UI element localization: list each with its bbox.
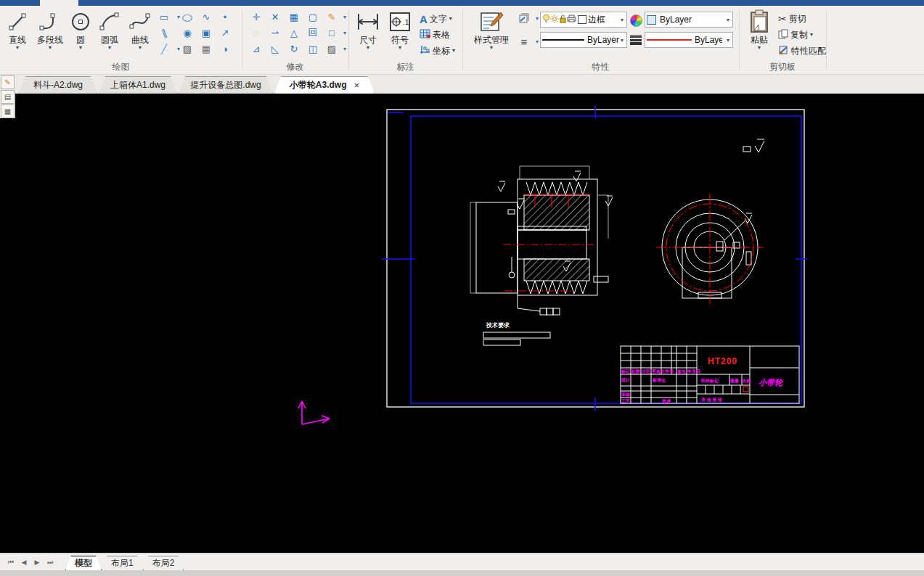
- stretch-tool-icon[interactable]: ◺: [268, 42, 282, 55]
- dropdown-icon[interactable]: ▾: [619, 17, 625, 23]
- color-swatch: [647, 15, 656, 25]
- layout1-tab[interactable]: 布局1: [102, 556, 143, 571]
- array-tool-icon[interactable]: ▦: [287, 10, 301, 23]
- doc-tab-shangxiangti[interactable]: 上箱体A1.dwg: [99, 76, 177, 94]
- dropdown-icon[interactable]: ▾: [338, 42, 352, 55]
- layer-combo[interactable]: 边框 ▾: [540, 12, 627, 28]
- dropdown-icon[interactable]: ▾: [338, 26, 352, 39]
- cad-application-window: 直线 ▾ 多段线 ▾ 圆 ▾ 圆弧 ▾: [0, 0, 924, 576]
- polyline-button[interactable]: 多段线 ▾: [32, 9, 68, 51]
- dropdown-icon[interactable]: ▾: [386, 45, 414, 51]
- coordinate-button[interactable]: 坐标 ▾: [420, 44, 455, 58]
- box-3d-tool-icon[interactable]: ◫: [306, 42, 320, 55]
- styles-panel-icon[interactable]: [517, 12, 531, 25]
- linetype-combo[interactable]: ByLayer ▾: [540, 32, 627, 48]
- lineweight-combo[interactable]: ByLayer ▾: [645, 32, 733, 48]
- spline-button[interactable]: 曲线 ▾: [126, 9, 154, 51]
- close-tab-icon[interactable]: ×: [354, 80, 360, 91]
- pie-tool-icon[interactable]: ◑: [218, 42, 232, 55]
- general-roughness-symbol[interactable]: [743, 139, 764, 152]
- ucs-icon: [298, 401, 330, 424]
- dropdown-icon[interactable]: ▾: [338, 10, 352, 23]
- document-tab-bar: 料斗-A2.dwg 上箱体A1.dwg 提升设备总图.dwg 小带轮A3.dwg…: [0, 75, 924, 94]
- match-properties-button[interactable]: 特性匹配: [778, 44, 826, 58]
- style-manager-button[interactable]: 样式管理 ▾: [469, 9, 514, 51]
- dropdown-icon[interactable]: ▾: [452, 48, 455, 54]
- join-tool-icon[interactable]: ⊿: [249, 42, 263, 55]
- lineweight-icon[interactable]: [630, 35, 642, 45]
- move-tool-icon[interactable]: ✛: [249, 10, 263, 23]
- line-styles-icon[interactable]: ≡: [517, 35, 531, 48]
- dropdown-icon[interactable]: ▾: [96, 45, 123, 51]
- copy-button[interactable]: 复制 ▾: [778, 28, 813, 42]
- doc-tab-xiaodailun-active[interactable]: 小带轮A3.dwg ×: [274, 76, 375, 94]
- dropdown-icon[interactable]: ▾: [469, 45, 514, 51]
- dropdown-icon[interactable]: ▾: [619, 37, 625, 44]
- curve-fit-tool-icon[interactable]: ∿: [199, 10, 213, 23]
- style-manager-icon: [469, 9, 514, 35]
- dropdown-icon[interactable]: ▾: [725, 37, 731, 44]
- cut-button[interactable]: ✂ 剪切: [778, 12, 806, 26]
- last-tab-nav-icon[interactable]: ⏭: [44, 559, 57, 567]
- circle-button[interactable]: 圆 ▾: [70, 9, 91, 51]
- dropdown-icon[interactable]: ▾: [126, 45, 154, 51]
- drawing-canvas[interactable]: 技术要求: [0, 94, 924, 553]
- extend-tool-icon[interactable]: ⇀: [268, 26, 282, 39]
- ellipse-tool-icon[interactable]: ◯: [180, 12, 195, 22]
- doc-tab-tisheng[interactable]: 提升设备总图.dwg: [179, 76, 273, 94]
- color-combo[interactable]: ByLayer ▾: [645, 12, 733, 28]
- rectangle-tool-icon[interactable]: ▭: [157, 10, 171, 23]
- rect-array-tool-icon[interactable]: □: [324, 26, 339, 39]
- layout2-tab[interactable]: 布局2: [143, 556, 184, 571]
- symbol-button[interactable]: .1 符号 ▾: [386, 9, 414, 51]
- dropdown-icon[interactable]: ▾: [70, 45, 91, 51]
- next-tab-nav-icon[interactable]: ▶: [30, 559, 44, 566]
- first-tab-nav-icon[interactable]: ⏮: [4, 559, 17, 567]
- mirror-tool-icon[interactable]: △: [287, 26, 301, 39]
- offset-tool-icon[interactable]: 回: [306, 26, 320, 39]
- paste-button[interactable]: 粘贴 ▾: [746, 9, 772, 51]
- hatch-edit-tool-icon[interactable]: ▨: [324, 42, 339, 55]
- dropdown-icon[interactable]: ▾: [449, 16, 452, 22]
- model-space[interactable]: 技术要求: [0, 94, 924, 553]
- point-tool-icon[interactable]: •: [218, 10, 232, 23]
- pulley-section-view[interactable]: [470, 166, 613, 315]
- line-button[interactable]: 直线 ▾: [4, 9, 30, 51]
- model-tab[interactable]: 模型: [65, 556, 102, 571]
- properties-group-label: 特性: [462, 61, 739, 73]
- copy-object-tool-icon[interactable]: ▢: [306, 10, 320, 23]
- block-tool-icon[interactable]: ▦: [199, 42, 213, 55]
- arc-button[interactable]: 圆弧 ▾: [96, 9, 123, 51]
- prev-tab-nav-icon[interactable]: ◀: [17, 559, 30, 566]
- table-button[interactable]: 表格: [420, 28, 450, 42]
- grid-panel-icon[interactable]: ▦: [1, 104, 15, 118]
- tech-requirements-note[interactable]: 技术要求: [483, 322, 550, 345]
- dropdown-icon[interactable]: ▾: [746, 45, 772, 51]
- construction-line-tool-icon[interactable]: ╱: [157, 42, 171, 55]
- parallel-line-tool-icon[interactable]: ∥: [155, 24, 173, 41]
- hatch-tool-icon[interactable]: ▨: [180, 42, 195, 55]
- dropdown-icon[interactable]: ▾: [32, 45, 68, 51]
- svg-text:批准: 批准: [661, 398, 671, 404]
- dropdown-icon[interactable]: ▾: [354, 45, 382, 51]
- annotation-marker-icon[interactable]: ✎: [1, 75, 15, 89]
- dimension-button[interactable]: 尺寸 ▾: [354, 9, 382, 51]
- break-tool-icon[interactable]: ✕: [268, 10, 282, 23]
- image-panel-icon[interactable]: ▤: [1, 90, 15, 104]
- doc-tab-liaodou[interactable]: 料斗-A2.dwg: [19, 76, 97, 94]
- edit-tool-icon[interactable]: ✎: [324, 10, 339, 23]
- svg-text:比例: 比例: [742, 378, 751, 384]
- title-block[interactable]: 标记 处数 分区 更改文件号 签名 年月日 设计 标准化 审核 工艺 批准 阶段…: [621, 346, 799, 404]
- lasso-tool-icon[interactable]: ◌: [249, 26, 263, 39]
- dropdown-icon[interactable]: ▾: [4, 45, 30, 51]
- rotate-tool-icon[interactable]: ↻: [287, 42, 301, 55]
- dropdown-icon[interactable]: ▾: [725, 17, 731, 23]
- color-wheel-icon[interactable]: [630, 15, 642, 27]
- arrow-tool-icon[interactable]: ↗: [218, 26, 232, 39]
- pulley-side-view[interactable]: [656, 194, 764, 304]
- region-tool-icon[interactable]: ◉: [180, 26, 195, 39]
- text-button[interactable]: A 文字 ▾: [420, 12, 452, 26]
- ribbon-tab-strip: [0, 0, 924, 6]
- solid-tool-icon[interactable]: ▣: [199, 26, 213, 39]
- dropdown-icon[interactable]: ▾: [810, 32, 813, 38]
